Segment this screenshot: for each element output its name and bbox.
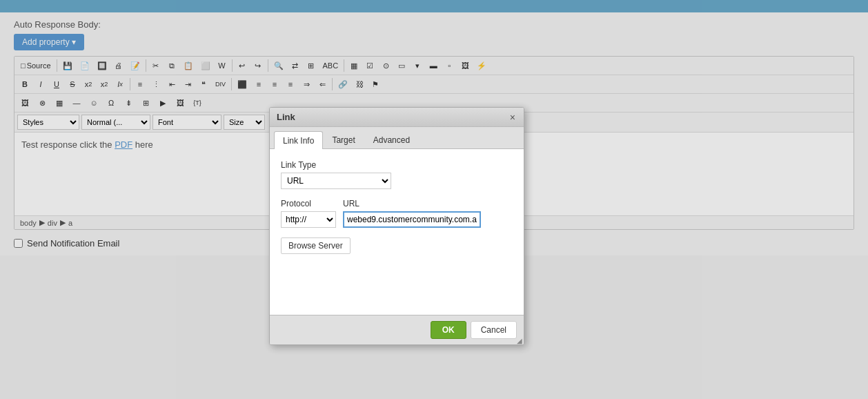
tab-link-info[interactable]: Link Info [274,131,323,149]
url-input[interactable] [343,211,481,228]
protocol-label: Protocol [281,199,336,208]
protocol-col: Protocol http:// https:// ftp:// news://… [281,199,336,228]
dialog-tabs: Link Info Target Advanced [270,127,524,149]
tab-target[interactable]: Target [323,131,364,148]
link-type-label: Link Type [281,160,513,170]
url-col: URL [343,199,481,228]
tab-advanced[interactable]: Advanced [364,131,419,148]
dialog-title: Link [277,112,295,122]
dialog-close-button[interactable]: × [509,113,517,122]
link-type-group: Link Type URL Link to anchor in the text… [281,160,513,189]
dialog-overlay: Link × Link Info Target Advanced Link Ty… [0,0,868,255]
link-dialog: Link × Link Info Target Advanced Link Ty… [269,107,524,255]
link-type-select[interactable]: URL Link to anchor in the text E-Mail [281,173,391,189]
protocol-select[interactable]: http:// https:// ftp:// news:// <other> [281,211,336,228]
dialog-titlebar: Link × [270,108,524,127]
url-label: URL [343,199,481,208]
browse-server-button[interactable]: Browse Server [281,237,351,254]
protocol-url-row: Protocol http:// https:// ftp:// news://… [281,199,513,228]
dialog-content: Link Type URL Link to anchor in the text… [270,149,524,255]
browse-server-group: Browse Server [281,237,513,254]
protocol-url-group: Protocol http:// https:// ftp:// news://… [281,199,513,228]
